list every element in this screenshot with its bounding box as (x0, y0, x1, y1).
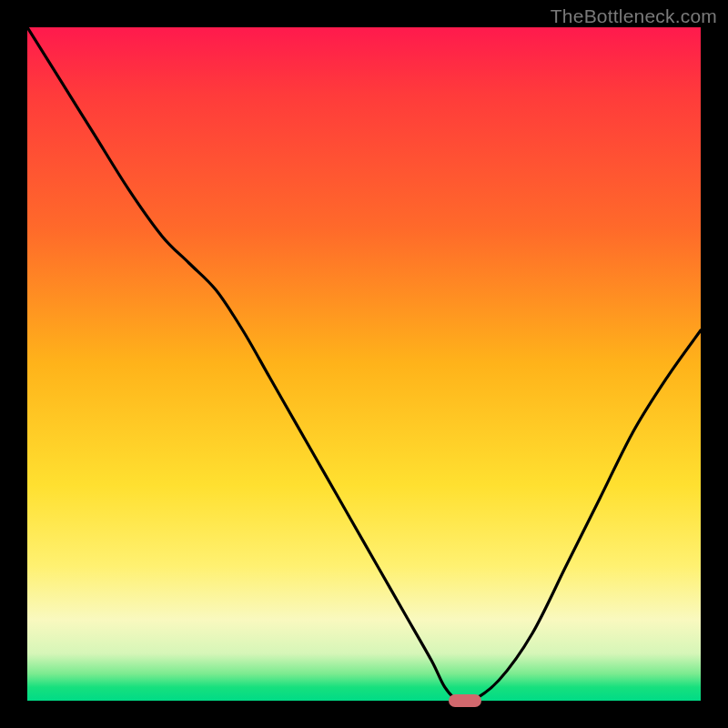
bottleneck-curve (27, 27, 701, 701)
chart-frame: TheBottleneck.com (0, 0, 728, 728)
plot-area (27, 27, 701, 701)
optimal-marker (449, 694, 481, 707)
watermark-text: TheBottleneck.com (551, 5, 717, 27)
